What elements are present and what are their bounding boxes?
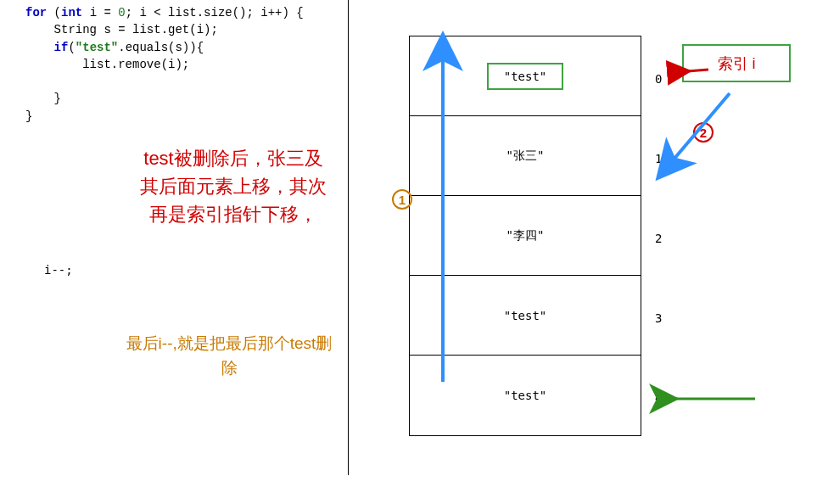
kw-for: for: [25, 6, 47, 20]
right-panel: "test" "张三" "李四" "test" "test" 0 1 2 3 4…: [348, 0, 817, 504]
step-2-marker: 2: [693, 122, 713, 143]
list-cell-2: "李四": [410, 196, 641, 276]
code-frag: ; i < list.size(); i++) {: [126, 6, 304, 20]
list-table: "test" "张三" "李四" "test" "test": [409, 36, 641, 436]
brown-explanation: 最后i--,就是把最后那个test删除: [123, 332, 335, 380]
cell-value: "test": [504, 389, 547, 402]
code-frag: (: [68, 41, 75, 54]
cell-value: "张三": [506, 148, 545, 164]
code-line: list.remove(i);: [25, 58, 189, 71]
code-frag: .equals(s)){: [118, 41, 204, 54]
index-0: 0: [655, 72, 662, 86]
code-line: }: [25, 92, 61, 105]
cell-value: "李四": [506, 228, 545, 244]
red-explanation: test被删除后，张三及其后面元素上移，其次再是索引指针下移，: [140, 144, 327, 228]
string-test: "test": [76, 41, 118, 54]
code-frag: i =: [82, 6, 118, 20]
literal-zero: 0: [118, 6, 125, 20]
step-1-marker: 1: [392, 189, 412, 210]
list-cell-1: "张三": [410, 116, 641, 196]
index-label-text: 索引 i: [718, 53, 756, 74]
list-cell-0: "test": [410, 36, 641, 116]
index-1: 1: [655, 152, 662, 165]
left-panel: for (int i = 0; i < list.size(); i++) { …: [0, 0, 348, 504]
code-line: }: [25, 109, 32, 123]
kw-int: int: [61, 6, 82, 20]
list-cell-4: "test": [410, 356, 641, 435]
index-label-box: 索引 i: [682, 44, 791, 82]
index-3: 3: [655, 311, 662, 325]
cell-value-outlined: "test": [487, 63, 564, 90]
kw-if: if: [54, 41, 69, 54]
code-block: for (int i = 0; i < list.size(); i++) { …: [25, 4, 348, 125]
index-2: 2: [655, 232, 662, 245]
i-decrement: i--;: [44, 263, 73, 277]
code-line: String s = list.get(i);: [25, 23, 218, 36]
list-cell-3: "test": [410, 276, 641, 356]
cell-value: "test": [504, 309, 547, 322]
index-4: 4: [655, 391, 662, 405]
